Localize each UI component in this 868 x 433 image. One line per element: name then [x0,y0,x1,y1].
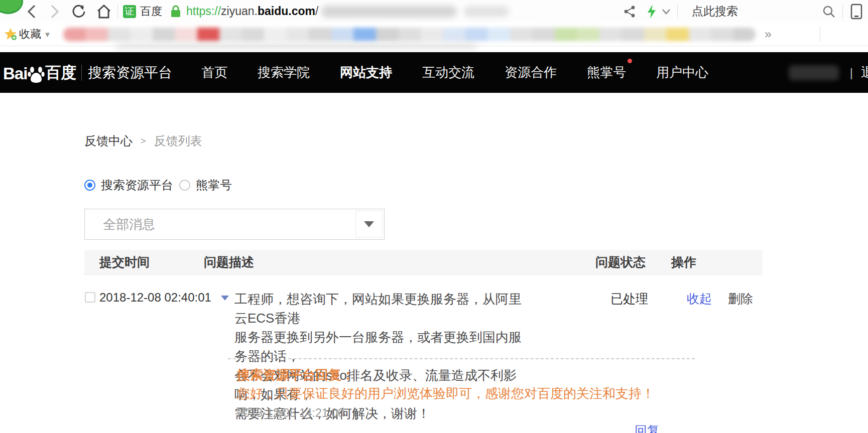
radio-search-platform[interactable] [84,180,95,191]
header-submit-time: 提交时间 [84,254,204,270]
address-bar[interactable]: https://ziyuan.baidu.com/ [186,5,509,18]
collapse-link[interactable]: 收起 [687,291,712,307]
header-operations: 操作 [671,254,763,270]
message-type-value: 全部消息 [103,216,155,233]
message-type-select[interactable]: 全部消息 [84,209,385,240]
select-caret-icon [364,221,374,227]
bookmarks-redacted-strip [63,28,756,41]
breadcrumb-feedback-center[interactable]: 反馈中心 [84,133,133,149]
toolbar-divider [117,5,118,18]
row-operations: 收起 删除 [687,291,753,307]
collapse-caret-icon[interactable] [221,296,229,301]
url-path: / [315,5,318,18]
header-problem-desc: 问题描述 [204,254,595,270]
account-divider: | [850,66,853,80]
share-icon[interactable] [621,3,638,20]
bookmarks-overflow-button[interactable]: » [765,27,771,41]
nav-item-label: 熊掌号 [587,65,626,80]
reply-link-row: 回复 [237,422,695,433]
bookmarks-divider [820,27,820,42]
nav-item-xiongzhanghao[interactable]: 熊掌号 [587,64,626,81]
nav-logo-divider [81,65,82,81]
search-icon[interactable] [820,3,837,20]
url-scheme: https:// [186,5,221,18]
bookmarks-bar: 收藏 ▼ » [0,23,868,46]
url-domain: baidu.com [258,5,315,18]
browser-toolbar: 证 百度 https://ziyuan.baidu.com/ 点此搜索 [0,0,868,23]
baidu-logo[interactable]: Bai 百度 [3,62,76,83]
radio-xiongzhanghao-label[interactable]: 熊掌号 [196,177,232,193]
reply-link[interactable]: 回复 [635,423,660,433]
row-submit-time: 2018-12-08 02:40:01 [99,291,211,305]
nav-item-site-support[interactable]: 网站支持 [340,64,392,81]
nav-account-area: | 退出 [789,64,868,81]
site-name-label: 百度 [140,4,162,19]
breadcrumb-separator-icon: > [141,136,146,147]
ssl-lock-icon[interactable] [169,3,182,20]
reply-body: 您好，只要保证良好的用户浏览体验即可，感谢您对百度的关注和支持！ [237,386,695,401]
favorites-star-icon[interactable] [4,28,17,41]
row-checkbox[interactable] [85,292,95,303]
radio-search-platform-label[interactable]: 搜索资源平台 [101,177,173,193]
official-reply-block: 搜索资源平台回复： 您好，只要保证良好的用户浏览体验即可，感谢您对百度的关注和支… [228,358,695,433]
site-navbar: Bai 百度 搜索资源平台 首页 搜索学院 网站支持 互动交流 资源合作 熊掌号… [0,52,868,93]
header-problem-status: 问题状态 [595,254,671,270]
nav-item-academy[interactable]: 搜索学院 [258,64,310,81]
nav-item-cooperation[interactable]: 资源合作 [505,64,557,81]
speed-mode-icon[interactable] [643,3,660,20]
breadcrumb: 反馈中心 > 反馈列表 [84,133,202,149]
table-header: 提交时间 问题描述 问题状态 操作 [84,250,763,275]
reply-title: 搜索资源平台回复： [237,367,695,382]
url-redacted-blur [321,6,457,18]
feedback-table: 提交时间 问题描述 问题状态 操作 2018-12-08 02:40:01 工程… [84,250,763,433]
row-status: 已处理 [610,291,648,307]
username-redacted-blur [789,65,839,80]
speed-mode-chevron-icon[interactable] [660,3,672,20]
forward-icon[interactable] [46,3,63,20]
baidu-logo-text: Bai [3,64,27,83]
logout-link[interactable]: 退出 [861,64,868,81]
platform-radio-group: 搜索资源平台 熊掌号 [84,177,238,193]
select-button[interactable] [355,211,383,238]
nav-item-user-center[interactable]: 用户中心 [656,64,708,81]
notification-dot [628,59,632,63]
delete-link[interactable]: 删除 [728,291,753,307]
favorites-chevron-icon[interactable]: ▼ [44,30,51,39]
url-host-prefix: ziyuan. [221,5,258,18]
nav-item-home[interactable]: 首页 [201,64,227,81]
breadcrumb-feedback-list: 反馈列表 [154,133,202,149]
baidu-logo-hanzi: 百度 [45,62,76,83]
browser-logo-icon[interactable] [0,0,23,14]
redaction-smudge [115,43,477,50]
favorites-label[interactable]: 收藏 [19,27,41,42]
url-redacted-blur-2 [464,6,509,17]
site-cert-badge[interactable]: 证 [123,5,136,18]
reply-timestamp: 2018-12-08 14:21:00 [237,406,695,420]
mobile-view-icon[interactable] [848,3,865,20]
baidu-paw-icon [28,65,45,83]
radio-xiongzhanghao[interactable] [179,180,190,191]
home-icon[interactable] [95,3,112,20]
nav-menu: 首页 搜索学院 网站支持 互动交流 资源合作 熊掌号 用户中心 [201,64,708,81]
platform-title: 搜索资源平台 [88,63,172,82]
reload-icon[interactable] [70,3,87,20]
nav-item-interaction[interactable]: 互动交流 [422,64,474,81]
back-icon[interactable] [23,3,40,20]
browser-search-input[interactable]: 点此搜索 [692,4,738,19]
